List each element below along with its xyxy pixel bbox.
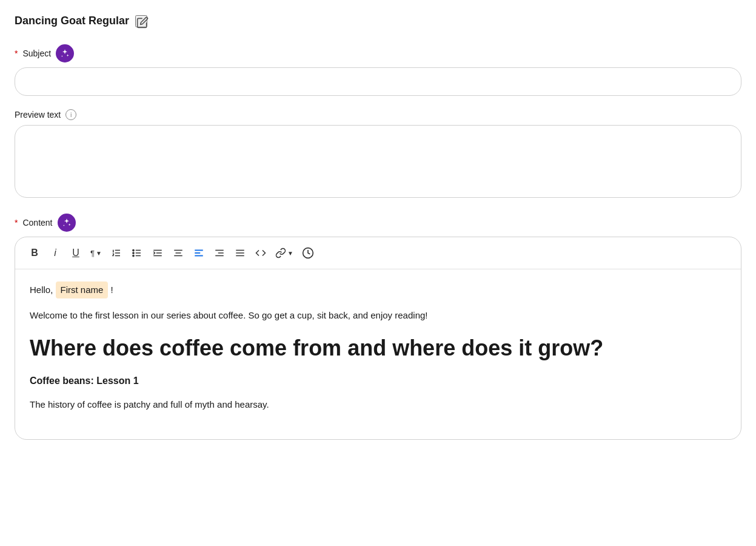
content-section: *Content B i U ¶ ▼	[15, 214, 741, 440]
big-heading: Where does coffee come from and where do…	[30, 335, 726, 361]
italic-button[interactable]: i	[45, 243, 65, 263]
greeting-suffix: !	[111, 285, 113, 295]
content-ai-button[interactable]	[58, 214, 76, 232]
link-dropdown-button[interactable]: ▼	[272, 245, 297, 261]
welcome-text: Welcome to the first lesson in our serie…	[30, 308, 726, 323]
indent-button[interactable]	[148, 243, 167, 263]
svg-point-6	[133, 249, 134, 251]
paragraph-icon: ¶	[90, 249, 95, 258]
content-required-star: *	[15, 218, 18, 228]
link-chevron-icon: ▼	[287, 250, 293, 257]
editor-toolbar: B i U ¶ ▼	[15, 237, 741, 269]
title-row: Dancing Goat Regular	[15, 15, 741, 27]
preview-text-info-icon[interactable]: i	[65, 109, 76, 120]
subject-section: *Subject Dancing Goat Coffee Lesson	[15, 44, 741, 96]
page-title: Dancing Goat Regular	[15, 15, 129, 27]
subject-label-row: *Subject	[15, 44, 741, 62]
body-text: The history of coffee is patchy and full…	[30, 397, 726, 412]
subject-label: Subject	[22, 49, 51, 58]
preview-text-input[interactable]	[15, 125, 741, 198]
subject-required-star: *	[15, 49, 18, 58]
content-label: Content	[22, 218, 52, 228]
ordered-list-button[interactable]	[107, 243, 126, 263]
code-button[interactable]	[251, 243, 270, 263]
svg-point-7	[133, 252, 134, 254]
paragraph-dropdown-button[interactable]: ¶ ▼	[87, 246, 105, 260]
align-justify-button[interactable]	[230, 243, 250, 263]
subject-input[interactable]: Dancing Goat Coffee Lesson	[15, 67, 741, 96]
content-editable-area[interactable]: Hello, First name ! Welcome to the first…	[15, 269, 741, 439]
unordered-list-button[interactable]	[127, 243, 147, 263]
align-right-button[interactable]	[210, 243, 229, 263]
preview-text-label: Preview text	[15, 110, 61, 120]
underline-button[interactable]: U	[66, 243, 85, 263]
svg-point-8	[133, 255, 134, 256]
bold-button[interactable]: B	[25, 243, 44, 263]
paragraph-chevron-icon: ▼	[96, 250, 102, 257]
align-left-button[interactable]	[189, 243, 209, 263]
first-name-tag[interactable]: First name	[56, 281, 109, 298]
align-center-button[interactable]	[169, 243, 188, 263]
subject-ai-button[interactable]	[56, 44, 74, 62]
time-button[interactable]	[298, 243, 318, 263]
preview-text-label-row: Preview text i	[15, 109, 741, 120]
content-editor: B i U ¶ ▼	[15, 237, 741, 440]
sub-heading: Coffee beans: Lesson 1	[30, 373, 726, 389]
greeting-prefix: Hello,	[30, 285, 53, 295]
preview-text-section: Preview text i	[15, 109, 741, 200]
greeting-line: Hello, First name !	[30, 281, 726, 298]
edit-title-button[interactable]	[135, 15, 147, 27]
content-label-row: *Content	[15, 214, 741, 232]
